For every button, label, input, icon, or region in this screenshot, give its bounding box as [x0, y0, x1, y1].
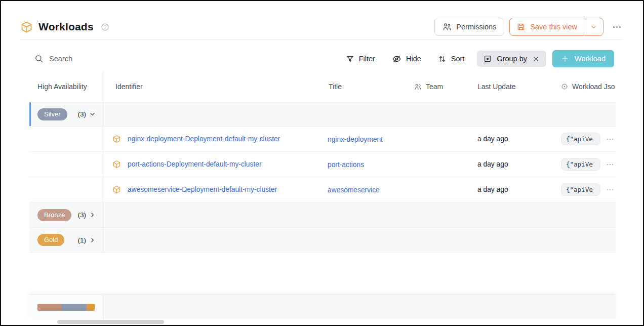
sort-icon	[438, 55, 447, 63]
high-availability-cell	[29, 152, 103, 177]
group-row-filler	[103, 202, 616, 227]
gold-badge: Gold	[37, 234, 64, 246]
column-label: Title	[329, 83, 342, 91]
save-view-split-button: Save this view	[509, 18, 603, 36]
search-input[interactable]	[49, 55, 166, 63]
group-row-gold[interactable]: Gold (1)	[29, 228, 616, 253]
high-availability-cell	[29, 177, 103, 202]
identifier-cell: awesomeservice-Deployment-default-my-clu…	[103, 185, 320, 194]
identifier-cell: port-actions-Deployment-default-my-clust…	[103, 160, 320, 169]
bronze-badge: Bronze	[37, 209, 71, 221]
more-options-button[interactable]	[612, 22, 622, 32]
eye-off-icon	[392, 54, 401, 64]
column-label: Team	[426, 83, 443, 91]
table-row[interactable]: awesomeservice-Deployment-default-my-clu…	[29, 177, 616, 202]
column-header-workload-json[interactable]: Workload Jso	[553, 71, 644, 102]
users-icon	[442, 22, 452, 31]
plus-icon	[561, 55, 569, 63]
column-label: Workload Jso	[572, 83, 615, 91]
filter-button[interactable]: Filter	[346, 55, 375, 63]
chevron-down-icon[interactable]	[89, 110, 96, 118]
title-link[interactable]: nginx-deployment	[328, 136, 383, 143]
column-header-identifier[interactable]: Identifier	[103, 71, 320, 102]
identifier-cell: nginx-deployment-Deployment-default-my-c…	[103, 135, 320, 143]
silver-badge: Silver	[37, 108, 67, 120]
silver-segment	[61, 304, 86, 311]
group-row-bronze[interactable]: Bronze (3)	[29, 202, 616, 228]
permissions-button[interactable]: Permissions	[434, 18, 504, 36]
hide-button[interactable]: Hide	[392, 54, 421, 64]
info-icon[interactable]	[101, 23, 109, 31]
group-by-label: Group by	[497, 55, 527, 63]
table-toolbar: Filter Hide	[1, 40, 643, 69]
last-update-cell: a day ago	[469, 135, 553, 143]
last-update-cell: a day ago	[469, 160, 553, 168]
group-count: (1)	[78, 236, 87, 244]
group-by-icon	[484, 55, 492, 63]
group-row-filler	[103, 228, 616, 252]
workloads-table: High Availability Identifier Title Team	[29, 69, 616, 325]
page-title: Workloads	[38, 21, 94, 33]
bronze-segment	[37, 304, 61, 311]
column-header-last-update[interactable]: Last Update	[469, 71, 553, 102]
title-cell: port-actions	[320, 160, 406, 169]
add-workload-label: Workload	[575, 55, 606, 63]
title-wrap: Workloads	[20, 21, 109, 33]
chevron-right-icon[interactable]	[89, 236, 96, 244]
kebab-icon	[606, 186, 614, 194]
summary-high-availability-cell	[29, 295, 103, 319]
topbar-actions: Permissions Save this view	[434, 18, 622, 36]
save-view-dropdown-button[interactable]	[584, 18, 603, 35]
workload-json-cell: {"apiVe	[553, 183, 616, 196]
column-header-high-availability[interactable]: High Availability	[29, 71, 103, 102]
column-label: Last Update	[477, 83, 516, 91]
filter-icon	[346, 55, 354, 63]
save-icon	[516, 22, 526, 31]
group-cell: Silver (3)	[29, 102, 103, 126]
sort-button[interactable]: Sort	[438, 55, 465, 63]
kebab-icon	[606, 160, 614, 169]
kebab-icon	[612, 22, 622, 32]
row-more-button[interactable]	[606, 160, 614, 169]
chevron-right-icon[interactable]	[89, 211, 96, 219]
add-workload-button[interactable]: Workload	[552, 50, 614, 67]
group-by-chip[interactable]: Group by	[477, 51, 546, 67]
title-cell: nginx-deployment	[320, 135, 406, 144]
column-header-title[interactable]: Title	[320, 71, 406, 102]
column-header-team[interactable]: Team	[406, 71, 469, 102]
entity-cube-icon	[112, 135, 121, 143]
title-link[interactable]: port-actions	[328, 161, 364, 169]
title-cell: awesomeservice	[320, 185, 406, 194]
summary-row-filler	[103, 295, 616, 319]
group-row-silver[interactable]: Silver (3)	[29, 102, 616, 127]
identifier-link[interactable]: awesomeservice-Deployment-default-my-clu…	[128, 186, 277, 193]
group-by-clear-button[interactable]	[532, 55, 540, 63]
column-label: Identifier	[115, 83, 143, 91]
filter-label: Filter	[359, 55, 375, 63]
entity-cube-icon	[112, 185, 121, 194]
hide-label: Hide	[406, 55, 421, 63]
title-link[interactable]: awesomeservice	[328, 186, 380, 194]
team-icon	[414, 83, 422, 91]
table-row[interactable]: port-actions-Deployment-default-my-clust…	[29, 152, 616, 177]
row-more-button[interactable]	[606, 135, 614, 143]
group-cell: Bronze (3)	[29, 202, 103, 227]
json-preview-chip[interactable]: {"apiVe	[561, 158, 600, 171]
identifier-link[interactable]: nginx-deployment-Deployment-default-my-c…	[128, 135, 280, 143]
group-count: (3)	[78, 211, 87, 219]
identifier-link[interactable]: port-actions-Deployment-default-my-clust…	[128, 160, 262, 168]
json-preview-chip[interactable]: {"apiVe	[561, 133, 600, 145]
json-preview-chip[interactable]: {"apiVe	[561, 183, 600, 196]
top-bar: Workloads Permissi	[20, 1, 622, 40]
horizontal-scrollbar-thumb[interactable]	[57, 320, 164, 324]
table-row[interactable]: nginx-deployment-Deployment-default-my-c…	[29, 127, 616, 152]
search-icon	[34, 54, 44, 63]
row-more-button[interactable]	[606, 186, 614, 194]
group-row-filler	[103, 102, 616, 126]
save-view-label: Save this view	[530, 23, 577, 31]
permissions-label: Permissions	[456, 23, 496, 31]
table-empty-space	[29, 253, 616, 295]
save-view-button[interactable]: Save this view	[510, 18, 584, 35]
high-availability-cell	[29, 127, 103, 151]
group-cell: Gold (1)	[29, 228, 103, 252]
